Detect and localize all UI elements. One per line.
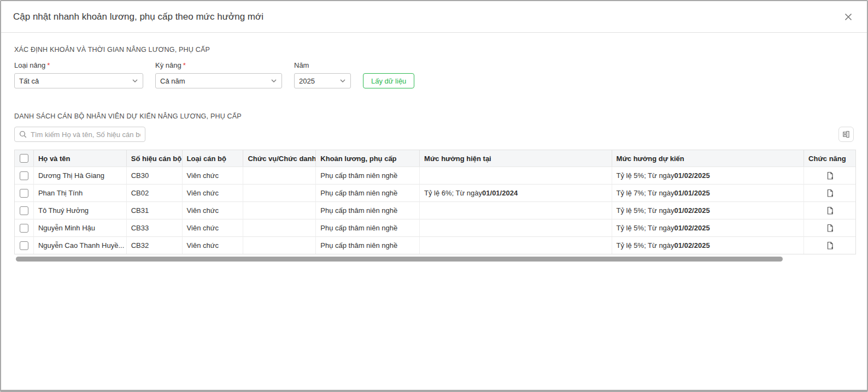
filter-row: Loại nâng* Tất cả Kỳ nâng* Cả năm xyxy=(14,61,854,88)
chevron-down-icon xyxy=(132,78,138,84)
cell-current-rate xyxy=(419,167,612,184)
search-box xyxy=(14,127,145,142)
table-row: Tô Thuý Hưởng CB31 Viên chức Phụ cấp thâ… xyxy=(15,201,855,219)
update-salary-dialog: Cập nhật nhanh khoản lương, phụ cấp theo… xyxy=(0,0,868,392)
field-ky-nang: Kỳ nâng* Cả năm xyxy=(155,61,282,88)
cell-staff-type: Viên chức xyxy=(182,236,243,254)
cell-expected-rate: Tỷ lệ 5%; Từ ngày 01/02/2025 xyxy=(612,201,804,219)
row-checkbox[interactable] xyxy=(20,224,28,233)
search-icon xyxy=(19,130,27,138)
dialog-title: Cập nhật nhanh khoản lương, phụ cấp theo… xyxy=(13,11,263,22)
table-body: Dương Thị Hà Giang CB30 Viên chức Phụ cấ… xyxy=(15,167,855,254)
chevron-down-icon xyxy=(339,78,346,84)
dialog-header: Cập nhật nhanh khoản lương, phụ cấp theo… xyxy=(1,1,867,33)
field-label: Năm xyxy=(294,61,351,69)
filter-section-heading: XÁC ĐỊNH KHOẢN VÀ THỜI GIAN NÂNG LƯƠNG, … xyxy=(14,46,854,54)
row-checkbox[interactable] xyxy=(20,189,28,198)
cell-expected-rate: Tỷ lệ 7%; Từ ngày 01/01/2025 xyxy=(612,184,804,201)
excel-export-icon xyxy=(842,130,851,139)
add-decision-icon[interactable] xyxy=(826,206,834,215)
cell-staff-type: Viên chức xyxy=(182,167,243,184)
column-header-position: Chức vụ/Chức danh xyxy=(243,150,315,167)
cell-name: Nguyễn Minh Hậu xyxy=(33,219,126,236)
dialog-body: XÁC ĐỊNH KHOẢN VÀ THỜI GIAN NÂNG LƯƠNG, … xyxy=(1,33,867,390)
cell-current-rate xyxy=(419,201,612,219)
table-row: Nguyễn Minh Hậu CB33 Viên chức Phụ cấp t… xyxy=(15,219,855,236)
column-header-code: Số hiệu cán bộ xyxy=(126,150,182,167)
horizontal-scrollbar[interactable] xyxy=(16,257,783,262)
field-nam: Năm 2025 xyxy=(294,61,351,88)
add-decision-icon[interactable] xyxy=(826,189,834,198)
add-decision-icon[interactable] xyxy=(826,171,834,180)
cell-position xyxy=(243,236,315,254)
cell-allowance: Phụ cấp thâm niên nghề xyxy=(315,219,419,236)
cell-name: Tô Thuý Hưởng xyxy=(33,201,126,219)
row-checkbox[interactable] xyxy=(20,206,28,215)
cell-name: Phan Thị Tính xyxy=(33,184,126,201)
cell-staff-type: Viên chức xyxy=(182,201,243,219)
cell-name: Dương Thị Hà Giang xyxy=(33,167,126,184)
row-checkbox[interactable] xyxy=(20,171,28,180)
list-toolbar xyxy=(14,127,854,142)
nam-select[interactable]: 2025 xyxy=(294,73,351,88)
loai-nang-select[interactable]: Tất cả xyxy=(14,73,143,88)
column-header-name: Họ và tên xyxy=(33,150,126,167)
cell-staff-type: Viên chức xyxy=(182,219,243,236)
column-header-allowance: Khoản lương, phụ cấp xyxy=(315,150,419,167)
cell-expected-rate: Tỷ lệ 5%; Từ ngày 01/02/2025 xyxy=(612,236,804,254)
get-data-button[interactable]: Lấy dữ liệu xyxy=(363,73,414,88)
column-header-actions: Chức năng xyxy=(804,150,855,167)
field-label: Kỳ nâng* xyxy=(155,61,282,69)
select-all-checkbox[interactable] xyxy=(20,154,28,163)
cell-code: CB30 xyxy=(126,167,182,184)
column-header-current: Mức hưởng hiện tại xyxy=(419,150,612,167)
cell-position xyxy=(243,219,315,236)
add-decision-icon[interactable] xyxy=(826,224,834,233)
row-checkbox[interactable] xyxy=(20,241,28,250)
cell-staff-type: Viên chức xyxy=(182,184,243,201)
required-asterisk: * xyxy=(47,61,50,69)
add-decision-icon[interactable] xyxy=(826,241,834,250)
cell-code: CB31 xyxy=(126,201,182,219)
cell-position xyxy=(243,184,315,201)
staff-table: Họ và tên Số hiệu cán bộ Loại cán bộ Chứ… xyxy=(14,150,856,254)
column-header-expected: Mức hưởng dự kiến xyxy=(612,150,804,167)
list-section-heading: DANH SÁCH CÁN BỘ NHÂN VIÊN DỰ KIẾN NÂNG … xyxy=(14,112,854,120)
table-row: Dương Thị Hà Giang CB30 Viên chức Phụ cấ… xyxy=(15,167,855,184)
cell-allowance: Phụ cấp thâm niên nghề xyxy=(315,201,419,219)
cell-allowance: Phụ cấp thâm niên nghề xyxy=(315,184,419,201)
cell-expected-rate: Tỷ lệ 5%; Từ ngày 01/02/2025 xyxy=(612,167,804,184)
search-input[interactable] xyxy=(31,130,140,139)
cell-position xyxy=(243,167,315,184)
cell-allowance: Phụ cấp thâm niên nghề xyxy=(315,236,419,254)
ky-nang-select[interactable]: Cả năm xyxy=(155,73,282,88)
cell-allowance: Phụ cấp thâm niên nghề xyxy=(315,167,419,184)
export-excel-button[interactable] xyxy=(838,127,854,142)
chevron-down-icon xyxy=(271,78,277,84)
field-label: Loại nâng* xyxy=(14,61,143,69)
cell-current-rate: Tỷ lệ 6%; Từ ngày 01/01/2024 xyxy=(419,184,612,201)
cell-code: CB02 xyxy=(126,184,182,201)
table-header-row: Họ và tên Số hiệu cán bộ Loại cán bộ Chứ… xyxy=(15,150,855,167)
cell-code: CB33 xyxy=(126,219,182,236)
cell-current-rate xyxy=(419,219,612,236)
cell-position xyxy=(243,201,315,219)
close-icon[interactable] xyxy=(842,10,855,23)
cell-code: CB32 xyxy=(126,236,182,254)
field-loai-nang: Loại nâng* Tất cả xyxy=(14,61,143,88)
column-header-staff-type: Loại cán bộ xyxy=(182,150,243,167)
cell-name: Nguyễn Cao Thanh Huyề... xyxy=(33,236,126,254)
required-asterisk: * xyxy=(183,61,186,69)
cell-current-rate xyxy=(419,236,612,254)
table-row: Nguyễn Cao Thanh Huyề... CB32 Viên chức … xyxy=(15,236,855,254)
cell-expected-rate: Tỷ lệ 5%; Từ ngày 01/02/2025 xyxy=(612,219,804,236)
table-row: Phan Thị Tính CB02 Viên chức Phụ cấp thâ… xyxy=(15,184,855,201)
